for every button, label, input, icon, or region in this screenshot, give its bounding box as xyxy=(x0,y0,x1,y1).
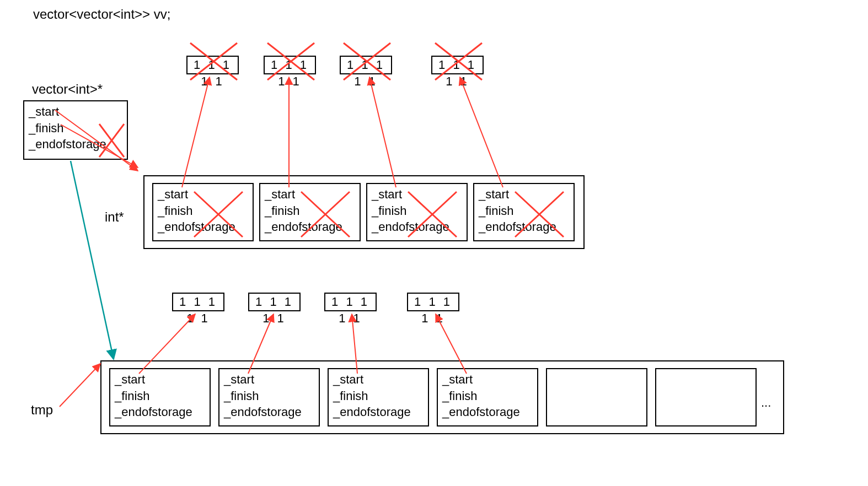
type-label-vectorintptr: vector<int>* xyxy=(32,82,103,97)
top-inner1-endofstorage: _endofstorage xyxy=(265,219,355,235)
bottom-inner-vector-0: _start _finish _endofstorage xyxy=(109,368,211,426)
top-inner3-start: _start xyxy=(479,186,569,203)
bottom-inner1-endofstorage: _endofstorage xyxy=(224,404,314,420)
svg-line-29 xyxy=(60,364,100,407)
vv-member-start: _start xyxy=(29,104,122,120)
bottom-inner3-finish: _finish xyxy=(442,388,533,404)
vv-member-finish: _finish xyxy=(29,120,122,137)
bottom-data-box-1: 1 1 1 1 1 xyxy=(248,293,301,311)
bottom-inner-vector-1: _start _finish _endofstorage xyxy=(218,368,320,426)
top-inner0-endofstorage: _endofstorage xyxy=(158,219,248,235)
bottom-inner0-start: _start xyxy=(115,371,205,388)
diagram-stage: vector<vector<int>> vv; vector<int>* _st… xyxy=(0,0,868,486)
type-label-intptr: int* xyxy=(105,209,124,225)
bottom-inner0-finish: _finish xyxy=(115,388,205,404)
bottom-inner3-endofstorage: _endofstorage xyxy=(442,404,533,420)
bottom-data-box-2: 1 1 1 1 1 xyxy=(324,293,377,311)
top-inner3-finish: _finish xyxy=(479,203,569,219)
top-inner-vector-3: _start _finish _endofstorage xyxy=(473,183,575,241)
vv-struct-box: _start _finish _endofstorage xyxy=(23,100,128,160)
top-data-box-1: 1 1 1 1 1 xyxy=(264,56,316,74)
top-inner2-start: _start xyxy=(372,186,462,203)
tmp-label: tmp xyxy=(31,402,53,418)
bottom-inner2-endofstorage: _endofstorage xyxy=(333,404,424,420)
bottom-inner1-finish: _finish xyxy=(224,388,314,404)
svg-line-20 xyxy=(182,77,210,187)
bottom-data-box-0: 1 1 1 1 1 xyxy=(172,293,224,311)
top-inner1-start: _start xyxy=(265,186,355,203)
svg-line-23 xyxy=(460,77,503,187)
bottom-empty-slot-1 xyxy=(655,368,757,426)
bottom-inner-vector-2: _start _finish _endofstorage xyxy=(328,368,429,426)
bottom-inner1-start: _start xyxy=(224,371,314,388)
top-inner0-start: _start xyxy=(158,186,248,203)
bottom-data-box-3: 1 1 1 1 1 xyxy=(407,293,459,311)
top-inner0-finish: _finish xyxy=(158,203,248,219)
top-inner-vector-0: _start _finish _endofstorage xyxy=(152,183,254,241)
top-data-box-0: 1 1 1 1 1 xyxy=(186,56,239,74)
svg-line-28 xyxy=(71,161,114,359)
bottom-empty-slot-0 xyxy=(546,368,647,426)
top-inner-vector-1: _start _finish _endofstorage xyxy=(259,183,361,241)
top-inner2-finish: _finish xyxy=(372,203,462,219)
diagram-title: vector<vector<int>> vv; xyxy=(33,7,170,22)
svg-line-22 xyxy=(369,77,396,187)
bottom-inner2-finish: _finish xyxy=(333,388,424,404)
bottom-inner0-endofstorage: _endofstorage xyxy=(115,404,205,420)
vv-member-endofstorage: _endofstorage xyxy=(29,136,122,153)
top-inner1-finish: _finish xyxy=(265,203,355,219)
bottom-inner3-start: _start xyxy=(442,371,533,388)
top-inner-vector-2: _start _finish _endofstorage xyxy=(366,183,468,241)
ellipsis-label: ... xyxy=(761,396,771,410)
top-data-box-3: 1 1 1 1 1 xyxy=(431,56,484,74)
top-data-box-2: 1 1 1 1 1 xyxy=(340,56,392,74)
top-inner2-endofstorage: _endofstorage xyxy=(372,219,462,235)
bottom-inner-vector-3: _start _finish _endofstorage xyxy=(437,368,538,426)
top-inner3-endofstorage: _endofstorage xyxy=(479,219,569,235)
bottom-inner2-start: _start xyxy=(333,371,424,388)
